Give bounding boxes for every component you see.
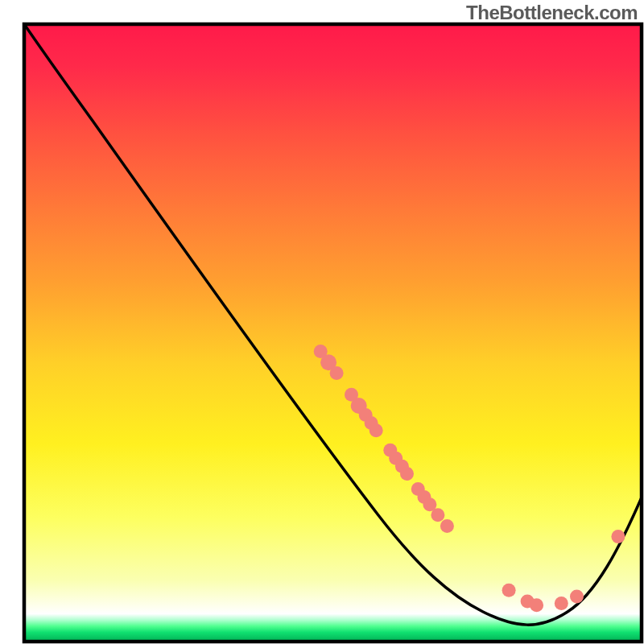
data-marker <box>440 519 454 533</box>
chart-container: TheBottleneck.com <box>0 0 644 644</box>
data-marker <box>369 423 383 437</box>
gradient-background <box>24 24 642 642</box>
data-marker <box>330 366 344 380</box>
watermark-text: TheBottleneck.com <box>466 2 638 24</box>
data-marker <box>570 590 584 604</box>
data-marker <box>431 508 444 522</box>
bottleneck-chart <box>0 0 644 644</box>
data-marker <box>555 597 568 610</box>
data-marker <box>530 598 543 612</box>
data-marker <box>611 530 625 543</box>
data-marker <box>400 467 414 481</box>
data-marker <box>502 584 516 597</box>
